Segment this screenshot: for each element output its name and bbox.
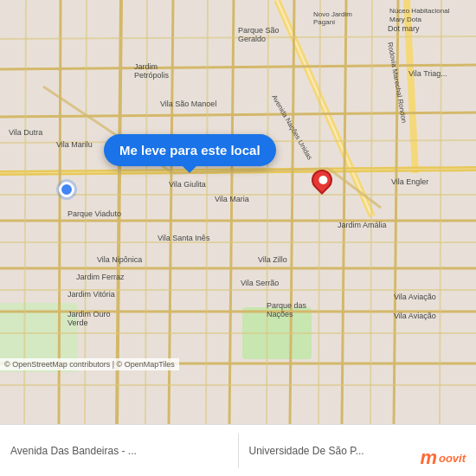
origin-label[interactable]: Avenida Das Bandeiras - ... xyxy=(0,445,238,457)
moovit-wordmark: oovit xyxy=(439,452,466,465)
svg-line-33 xyxy=(370,0,372,424)
navigate-tooltip[interactable]: Me leve para este local xyxy=(104,134,276,166)
svg-line-32 xyxy=(318,0,320,424)
svg-line-11 xyxy=(342,0,346,424)
svg-line-30 xyxy=(206,0,208,424)
svg-line-12 xyxy=(394,0,398,424)
svg-line-20 xyxy=(0,36,476,39)
svg-line-4 xyxy=(407,0,415,173)
svg-line-31 xyxy=(267,0,268,424)
moovit-letter: m xyxy=(420,447,437,469)
svg-line-9 xyxy=(229,0,234,424)
moovit-logo: m oovit xyxy=(420,447,466,469)
origin-marker xyxy=(59,182,74,197)
svg-line-10 xyxy=(290,0,294,424)
map-attribution: © OpenStreetMap contributors | © OpenMap… xyxy=(0,358,179,370)
svg-line-15 xyxy=(0,113,476,117)
bottom-bar: Avenida Das Bandeiras - ... Universidade… xyxy=(0,424,476,476)
svg-line-34 xyxy=(440,0,441,424)
svg-line-14 xyxy=(0,65,476,69)
destination-marker xyxy=(312,170,332,190)
map-container: Núceo HabitacionalMary Dota Parque SãoGe… xyxy=(0,0,476,424)
